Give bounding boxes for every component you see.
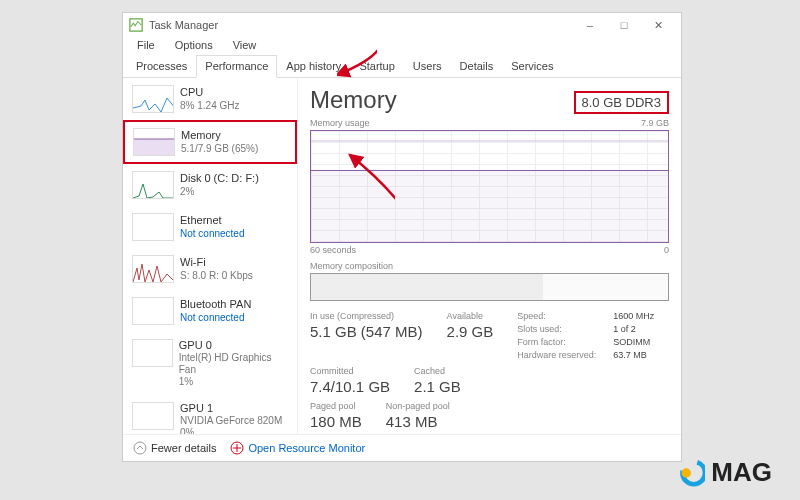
tab-startup[interactable]: Startup: [350, 55, 403, 77]
reserved-value: 63.7 MB: [613, 350, 647, 360]
paged-label: Paged pool: [310, 401, 362, 411]
usage-chart-label: Memory usage: [310, 118, 370, 128]
gpu0-thumb: [132, 339, 173, 367]
logo-text: MAG: [711, 457, 772, 488]
main-panel: Memory 8.0 GB DDR3 Memory usage7.9 GB 60…: [298, 78, 681, 434]
tab-performance[interactable]: Performance: [196, 55, 277, 78]
page-title: Memory: [310, 86, 397, 114]
bluetooth-thumb: [132, 297, 174, 325]
chevron-up-icon: [133, 441, 147, 455]
sidebar-item-ethernet[interactable]: EthernetNot connected: [123, 206, 297, 248]
gpu1-thumb: [132, 402, 174, 430]
maximize-button[interactable]: □: [607, 13, 641, 37]
sidebar-item-bluetooth[interactable]: Bluetooth PANNot connected: [123, 290, 297, 332]
menu-options[interactable]: Options: [167, 37, 221, 53]
logo-icon: [675, 458, 705, 488]
titlebar: Task Manager – □ ✕: [123, 13, 681, 37]
content-area: CPU8% 1.24 GHz Memory5.1/7.9 GB (65%) Di…: [123, 78, 681, 434]
axis-right: 0: [664, 245, 669, 255]
cached-value: 2.1 GB: [414, 378, 461, 395]
sidebar-item-sub: S: 8.0 R: 0 Kbps: [180, 270, 253, 282]
cpu-thumb: [132, 85, 174, 113]
sidebar-item-sub: 8% 1.24 GHz: [180, 100, 239, 112]
sidebar-item-label: Memory: [181, 129, 258, 142]
committed-label: Committed: [310, 366, 390, 376]
sidebar-item-label: Disk 0 (C: D: F:): [180, 172, 259, 185]
sidebar-item-sub: NVIDIA GeForce 820M 0%: [180, 415, 282, 434]
slots-label: Slots used:: [517, 324, 607, 334]
tab-bar: Processes Performance App history Startu…: [123, 55, 681, 78]
available-value: 2.9 GB: [447, 323, 494, 340]
ethernet-thumb: [132, 213, 174, 241]
memory-usage-chart: [310, 130, 669, 243]
slots-value: 1 of 2: [613, 324, 636, 334]
tab-processes[interactable]: Processes: [127, 55, 196, 77]
sidebar-item-sub: Not connected: [180, 228, 245, 240]
form-factor-label: Form factor:: [517, 337, 607, 347]
tab-services[interactable]: Services: [502, 55, 562, 77]
perf-sidebar: CPU8% 1.24 GHz Memory5.1/7.9 GB (65%) Di…: [123, 78, 298, 434]
svg-rect-1: [134, 139, 175, 156]
committed-value: 7.4/10.1 GB: [310, 378, 390, 395]
window-title: Task Manager: [149, 19, 573, 31]
sidebar-item-label: Bluetooth PAN: [180, 298, 251, 311]
footer: Fewer details Open Resource Monitor: [123, 434, 681, 461]
memory-thumb: [133, 128, 175, 156]
tab-users[interactable]: Users: [404, 55, 451, 77]
memory-composition-chart: [310, 273, 669, 301]
app-icon: [129, 18, 143, 32]
in-use-value: 5.1 GB (547 MB): [310, 323, 423, 340]
svg-point-2: [134, 442, 146, 454]
task-manager-window: Task Manager – □ ✕ File Options View Pro…: [122, 12, 682, 462]
axis-left: 60 seconds: [310, 245, 356, 255]
nonpaged-value: 413 MB: [386, 413, 450, 430]
form-factor-value: SODIMM: [613, 337, 650, 347]
usage-chart-max: 7.9 GB: [641, 118, 669, 128]
sidebar-item-gpu1[interactable]: GPU 1NVIDIA GeForce 820M 0%: [123, 395, 297, 434]
nonpaged-label: Non-paged pool: [386, 401, 450, 411]
sidebar-item-cpu[interactable]: CPU8% 1.24 GHz: [123, 78, 297, 120]
disk-thumb: [132, 171, 174, 199]
reserved-label: Hardware reserved:: [517, 350, 607, 360]
menubar: File Options View: [123, 37, 681, 53]
svg-point-5: [682, 468, 691, 477]
in-use-label: In use (Compressed): [310, 311, 423, 321]
fewer-details-button[interactable]: Fewer details: [133, 441, 216, 455]
minimize-button[interactable]: –: [573, 13, 607, 37]
sidebar-item-label: Ethernet: [180, 214, 245, 227]
tab-app-history[interactable]: App history: [277, 55, 350, 77]
sidebar-item-label: Wi-Fi: [180, 256, 253, 269]
sidebar-item-memory[interactable]: Memory5.1/7.9 GB (65%): [123, 120, 297, 164]
wifi-thumb: [132, 255, 174, 283]
speed-label: Speed:: [517, 311, 607, 321]
sidebar-item-disk[interactable]: Disk 0 (C: D: F:)2%: [123, 164, 297, 206]
menu-view[interactable]: View: [225, 37, 265, 53]
cached-label: Cached: [414, 366, 461, 376]
sidebar-item-label: CPU: [180, 86, 239, 99]
sidebar-item-wifi[interactable]: Wi-FiS: 8.0 R: 0 Kbps: [123, 248, 297, 290]
open-resource-monitor-link[interactable]: Open Resource Monitor: [230, 441, 365, 455]
composition-label: Memory composition: [310, 261, 669, 271]
sidebar-item-sub: Not connected: [180, 312, 251, 324]
speed-value: 1600 MHz: [613, 311, 654, 321]
watermark-logo: MAG: [675, 457, 772, 488]
tab-details[interactable]: Details: [451, 55, 503, 77]
sidebar-item-gpu0[interactable]: GPU 0Intel(R) HD Graphics Fan 1%: [123, 332, 297, 395]
close-button[interactable]: ✕: [641, 13, 675, 37]
sidebar-item-sub: 5.1/7.9 GB (65%): [181, 143, 258, 155]
sidebar-item-sub: 2%: [180, 186, 259, 198]
memory-capacity: 8.0 GB DDR3: [574, 91, 669, 114]
sidebar-item-sub: Intel(R) HD Graphics Fan 1%: [179, 352, 288, 388]
sidebar-item-label: GPU 0: [179, 339, 288, 352]
paged-value: 180 MB: [310, 413, 362, 430]
sidebar-item-label: GPU 1: [180, 402, 282, 415]
available-label: Available: [447, 311, 494, 321]
monitor-icon: [230, 441, 244, 455]
menu-file[interactable]: File: [129, 37, 163, 53]
